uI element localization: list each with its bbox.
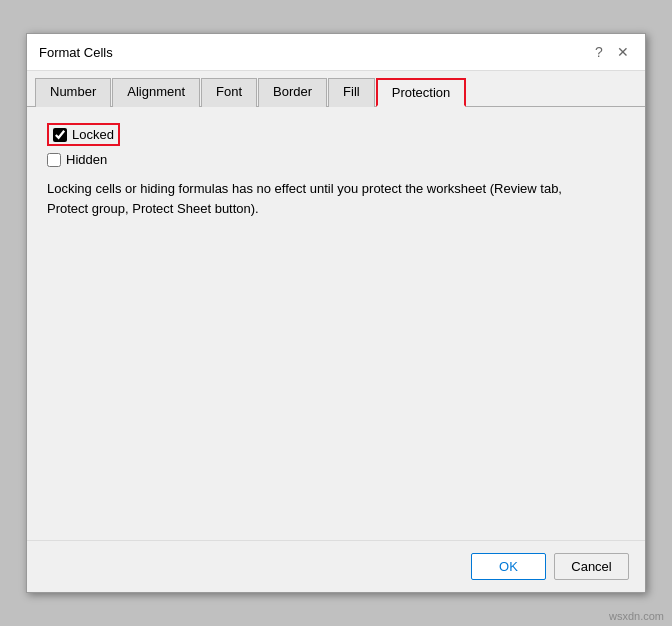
tab-border[interactable]: Border [258,78,327,107]
title-bar-right: ? ✕ [589,42,633,62]
help-button[interactable]: ? [589,42,609,62]
tab-fill[interactable]: Fill [328,78,375,107]
title-bar: Format Cells ? ✕ [27,34,645,71]
hidden-checkbox[interactable] [47,153,61,167]
title-bar-left: Format Cells [39,45,113,60]
tab-number[interactable]: Number [35,78,111,107]
tab-alignment[interactable]: Alignment [112,78,200,107]
locked-checkbox[interactable] [53,128,67,142]
tab-content: Locked Hidden Locking cells or hiding fo… [27,107,645,540]
format-cells-dialog: Format Cells ? ✕ Number Alignment Font B… [26,33,646,593]
hidden-row: Hidden [47,152,625,167]
close-button[interactable]: ✕ [613,42,633,62]
tab-bar: Number Alignment Font Border Fill Protec… [27,71,645,107]
hidden-label: Hidden [66,152,107,167]
tab-font[interactable]: Font [201,78,257,107]
tab-protection[interactable]: Protection [376,78,467,107]
watermark: wsxdn.com [609,610,664,622]
protection-description: Locking cells or hiding formulas has no … [47,179,587,218]
ok-button[interactable]: OK [471,553,546,580]
dialog-title: Format Cells [39,45,113,60]
locked-label: Locked [72,127,114,142]
cancel-button[interactable]: Cancel [554,553,629,580]
dialog-footer: OK Cancel [27,540,645,592]
locked-row: Locked [47,123,120,146]
